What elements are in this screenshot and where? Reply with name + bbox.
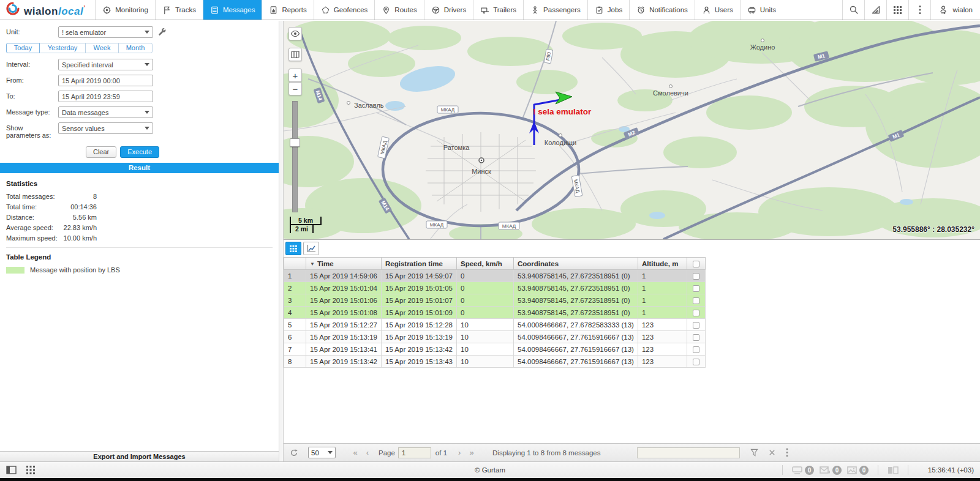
col-speed[interactable]: Speed, km/h [457,258,514,270]
message-type-select[interactable]: Data messages [58,106,153,118]
tab-today[interactable]: Today [6,43,40,53]
toggle-left-panel-button[interactable] [6,466,17,474]
panel-resizer[interactable] [279,21,284,461]
table-options-button[interactable] [786,448,788,457]
show-params-select[interactable]: Sensor values [58,122,153,134]
page-number-input[interactable] [398,447,431,458]
row-checkbox[interactable] [693,334,699,341]
table-legend-title: Table Legend [6,253,273,261]
col-select-all[interactable] [687,258,705,270]
monitoring-icon [102,6,111,15]
table-row[interactable]: 615 Apr 2019 15:13:1915 Apr 2019 15:13:1… [284,331,706,343]
row-checkbox[interactable] [693,346,699,353]
tab-yesterday[interactable]: Yesterday [39,43,86,53]
tab-month[interactable]: Month [118,43,153,53]
unit-properties-button[interactable] [158,28,167,39]
table-row[interactable]: 815 Apr 2019 15:13:4215 Apr 2019 15:13:4… [284,356,706,368]
from-date-input[interactable] [58,75,153,86]
table-row[interactable]: 515 Apr 2019 15:12:2715 Apr 2019 15:12:2… [284,319,706,331]
table-row[interactable]: 715 Apr 2019 15:13:4115 Apr 2019 15:13:4… [284,343,706,356]
col-altitude[interactable]: Altitude, m [638,258,687,270]
table-view-button[interactable] [285,242,301,255]
nav-drivers[interactable]: Drivers [424,0,473,20]
auto-refresh-button[interactable] [290,449,298,457]
map-source-button[interactable] [288,48,302,61]
row-checkbox[interactable] [693,359,699,365]
visible-layers-button[interactable] [288,27,302,40]
nav-notifications[interactable]: Notifications [629,0,695,20]
nav-reports[interactable]: Reports [262,0,313,20]
drivers-wheel-icon [431,6,440,15]
table-row[interactable]: 215 Apr 2019 15:01:0415 Apr 2019 15:01:0… [284,282,706,294]
statistics-block: Statistics Total messages:8 Total time:0… [0,173,279,242]
more-menu-button[interactable] [908,0,930,20]
to-date-input[interactable] [58,91,153,102]
first-page-button[interactable]: « [349,448,361,457]
panel-layout-icon [6,466,17,474]
nav-units[interactable]: Units [740,0,783,20]
table-row[interactable]: 415 Apr 2019 15:01:0815 Apr 2019 15:01:0… [284,307,706,319]
chart-view-button[interactable] [303,242,319,255]
execute-button[interactable]: Execute [120,146,159,158]
row-checkbox[interactable] [693,273,699,280]
media-counter[interactable]: 0 [847,466,869,475]
select-all-checkbox[interactable] [693,261,699,267]
search-button[interactable] [842,0,864,20]
row-checkbox[interactable] [693,297,699,304]
nav-jobs[interactable]: Jobs [587,0,629,20]
col-time[interactable]: ▼Time [306,258,382,270]
sms-counter[interactable]: 0 [820,466,842,475]
map-canvas[interactable]: МКАД МКАД МКАД МКАД МКАД М14 М14 M1 M1 М… [284,21,980,239]
col-number[interactable] [284,258,306,270]
apps-menu-button[interactable] [886,0,908,20]
pagination-bar: 50 « ‹ Page of 1 › » Displaying 1 to 8 f… [284,443,980,461]
divider [878,465,878,475]
zoom-slider[interactable] [292,101,298,212]
grid-view-icon [289,245,298,253]
measure-tool-button[interactable] [864,0,886,20]
statusbar-right: 0 0 0 15:36:41 (+03) [778,465,980,475]
messages-filter-input[interactable] [637,447,740,458]
zoom-slider-handle[interactable] [290,138,300,147]
prev-page-button[interactable]: ‹ [361,448,374,457]
unit-select[interactable]: ! sela emulator [58,26,153,38]
last-page-button[interactable]: » [466,448,478,457]
row-checkbox[interactable] [693,322,699,329]
username: wialon [952,6,973,13]
clear-button[interactable]: Clear [86,146,116,158]
bottom-apps-button[interactable] [26,466,35,474]
zoom-out-button[interactable]: − [288,82,302,95]
zoom-in-button[interactable]: + [288,69,302,82]
map-container: МКАД МКАД МКАД МКАД МКАД М14 М14 M1 M1 М… [284,21,980,239]
routes-pin-icon [382,6,391,15]
nav-monitoring[interactable]: Monitoring [95,0,155,20]
nav-users[interactable]: Users [695,0,740,20]
nav-trailers[interactable]: Trailers [473,0,523,20]
tab-week[interactable]: Week [85,43,119,53]
interval-select[interactable]: Specified interval [58,59,153,70]
col-coordinates[interactable]: Coordinates [514,258,638,270]
from-label: From: [6,75,58,84]
filter-button[interactable] [750,449,758,457]
table-row[interactable]: 315 Apr 2019 15:01:0615 Apr 2019 15:01:0… [284,294,706,307]
form-buttons: Clear Execute [6,146,159,158]
place-zhodino: Жодино [750,43,775,51]
search-icon [849,5,859,15]
col-registration-time[interactable]: Registration time [382,258,457,270]
user-menu[interactable]: wialon [930,0,980,20]
wialon-logo[interactable]: wialonlocal’ [0,0,95,20]
nav-passengers[interactable]: Passengers [523,0,587,20]
nav-geofences[interactable]: Geofences [314,0,375,20]
clear-filter-button[interactable] [769,449,775,456]
layout-columns-button[interactable] [888,466,899,474]
table-row[interactable]: 115 Apr 2019 14:59:0615 Apr 2019 14:59:0… [284,270,706,282]
next-page-button[interactable]: › [453,448,466,457]
driver-messages-counter[interactable]: 0 [792,466,814,475]
page-size-select[interactable]: 50 [308,447,336,458]
nav-routes[interactable]: Routes [374,0,423,20]
nav-messages[interactable]: Messages [203,0,262,20]
export-import-messages-button[interactable]: Export and Import Messages [0,451,279,461]
row-checkbox[interactable] [693,285,699,292]
nav-tracks[interactable]: Tracks [155,0,203,20]
row-checkbox[interactable] [693,310,699,316]
